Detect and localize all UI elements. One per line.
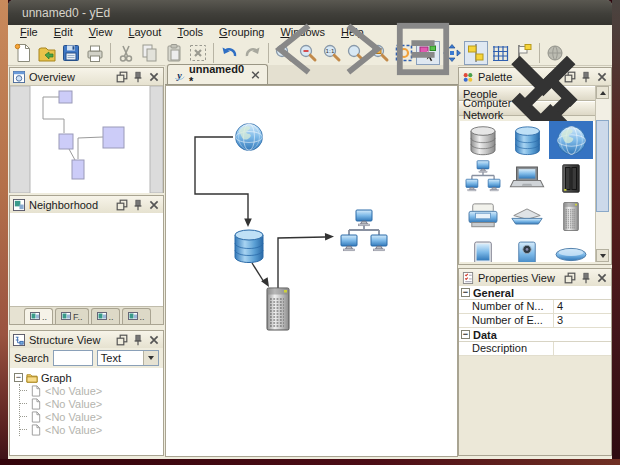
neighborhood-tab-row: ..F......: [10, 306, 163, 324]
search-filter-select[interactable]: Text: [97, 350, 159, 366]
pin-icon[interactable]: [132, 199, 144, 211]
chevron-down-icon[interactable]: [143, 351, 158, 365]
new-file-icon: [12, 42, 34, 64]
structure-panel-header[interactable]: Structure View: [10, 331, 163, 349]
tree-item[interactable]: <No Value>: [20, 397, 163, 410]
node-database[interactable]: [232, 228, 266, 264]
property-value[interactable]: 4: [553, 300, 611, 313]
palette-item-speaker[interactable]: [505, 235, 549, 262]
menu-view[interactable]: View: [81, 25, 121, 40]
close-icon[interactable]: [596, 272, 608, 284]
close-icon[interactable]: [596, 71, 608, 83]
tab-navigation: [268, 20, 458, 84]
close-tab-icon[interactable]: [250, 69, 261, 81]
node-lan[interactable]: [337, 209, 391, 259]
printer-icon: [466, 202, 500, 230]
properties-body: −GeneralNumber of N...4Number of E...3−D…: [459, 286, 611, 455]
network-lan-icon: [463, 160, 503, 197]
tree-item[interactable]: <No Value>: [20, 423, 163, 436]
pin-icon[interactable]: [580, 272, 592, 284]
dock-tab-2[interactable]: ..: [91, 308, 120, 324]
dock-tab-label: F..: [73, 312, 83, 322]
float-icon[interactable]: [564, 272, 576, 284]
snap-lines-button[interactable]: [464, 41, 488, 65]
desktop: unnamed0 - yEd FileEditViewLayoutToolsGr…: [0, 0, 620, 465]
save-file-button[interactable]: [59, 41, 83, 65]
float-icon[interactable]: [116, 71, 128, 83]
menu-file[interactable]: File: [12, 25, 46, 40]
dock-tab-1[interactable]: F..: [55, 308, 89, 324]
tree-root-row[interactable]: − Graph: [14, 371, 163, 384]
yed-logo-icon: y: [174, 69, 185, 81]
collapse-expander-icon[interactable]: −: [461, 330, 470, 339]
structure-icon: [13, 334, 25, 346]
palette-item-tablet[interactable]: [461, 235, 505, 262]
panel-title: Structure View: [29, 334, 112, 346]
minimap-graphic: [10, 86, 163, 193]
dock-tab-label: ..: [109, 312, 114, 322]
property-value[interactable]: [553, 342, 611, 355]
close-icon[interactable]: [148, 71, 160, 83]
tree-item[interactable]: <No Value>: [20, 384, 163, 397]
property-label: Number of N...: [459, 300, 553, 313]
node-server[interactable]: [263, 286, 293, 332]
collapse-expander-icon[interactable]: −: [461, 288, 470, 297]
node-internet-globe[interactable]: [233, 121, 265, 153]
menu-layout[interactable]: Layout: [120, 25, 169, 40]
neighborhood-panel-header[interactable]: Neighborhood: [10, 196, 163, 214]
close-icon[interactable]: [148, 199, 160, 211]
close-icon[interactable]: [148, 334, 160, 346]
open-file-button[interactable]: [35, 41, 59, 65]
print-button[interactable]: [83, 41, 107, 65]
scroll-down-icon[interactable]: [596, 249, 609, 262]
pin-icon[interactable]: [132, 71, 144, 83]
document-tab[interactable]: y unnamed0 *: [167, 64, 268, 84]
palette-item-laptop[interactable]: [505, 159, 549, 197]
palette-item-server-tower[interactable]: [549, 197, 593, 235]
tree-item-label: <No Value>: [45, 385, 102, 397]
laptop-icon: [509, 165, 545, 192]
palette-item-printer[interactable]: [461, 197, 505, 235]
menu-grouping[interactable]: Grouping: [211, 25, 272, 40]
palette-item-database-gray[interactable]: [461, 121, 505, 159]
float-icon[interactable]: [116, 334, 128, 346]
scroll-up-icon[interactable]: [596, 86, 609, 99]
redo-icon: [242, 42, 264, 64]
property-group-general[interactable]: −General: [459, 286, 611, 300]
tree-item[interactable]: <No Value>: [20, 410, 163, 423]
properties-panel-header[interactable]: Properties View: [459, 269, 611, 287]
float-icon[interactable]: [116, 199, 128, 211]
property-label: Number of E...: [459, 314, 553, 327]
palette-item-router[interactable]: [549, 235, 593, 262]
database-gray-icon: [468, 125, 498, 156]
menu-edit[interactable]: Edit: [46, 25, 81, 40]
property-group-data[interactable]: −Data: [459, 328, 611, 342]
palette-item-network-lan[interactable]: [461, 159, 505, 197]
palette-item-scanner[interactable]: [505, 197, 549, 235]
pin-icon[interactable]: [132, 334, 144, 346]
tree-children: <No Value><No Value><No Value><No Value>: [19, 384, 163, 436]
yed-window: unnamed0 - yEd FileEditViewLayoutToolsGr…: [8, 0, 612, 459]
palette-item-server-rack[interactable]: [549, 159, 593, 197]
overview-minimap[interactable]: [10, 86, 163, 193]
graph-canvas[interactable]: [165, 85, 458, 457]
palette-item-database[interactable]: [505, 121, 549, 159]
new-file-button[interactable]: [11, 41, 35, 65]
prev-tab-icon[interactable]: [268, 20, 326, 80]
cut-button: [114, 41, 138, 65]
overview-panel-header[interactable]: Overview: [10, 68, 163, 86]
property-value[interactable]: 3: [553, 314, 611, 327]
menu-tools[interactable]: Tools: [169, 25, 211, 40]
property-label: Description: [459, 342, 553, 355]
search-input[interactable]: [53, 350, 93, 366]
palette-scrollbar[interactable]: [595, 86, 610, 262]
collapse-expander-icon[interactable]: −: [14, 373, 23, 382]
scrollbar-thumb[interactable]: [596, 120, 609, 212]
undo-button[interactable]: [217, 41, 241, 65]
tab-list-icon[interactable]: [394, 20, 452, 80]
next-tab-icon[interactable]: [331, 20, 389, 80]
palette-section-computer-network[interactable]: Computer Network: [459, 101, 596, 116]
palette-item-globe[interactable]: [549, 121, 593, 159]
dock-tab-3[interactable]: ..: [122, 308, 151, 324]
dock-tab-0[interactable]: ..: [24, 308, 53, 324]
